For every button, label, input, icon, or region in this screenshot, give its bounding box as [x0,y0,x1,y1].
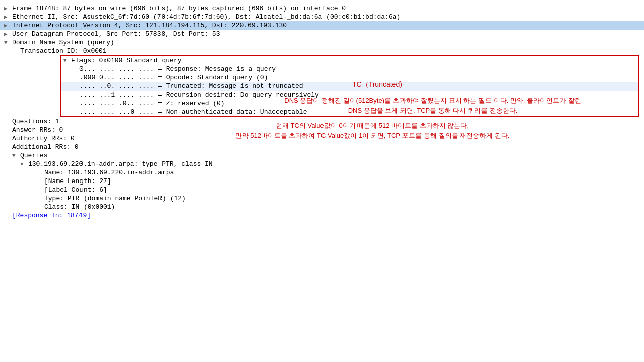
ipv4-row[interactable]: ▶ Internet Protocol Version 4, Src: 121.… [0,21,644,30]
frame-text: Frame 18748: 87 bytes on wire (696 bits)… [12,5,346,12]
packet-detail-panel: ▶ Frame 18748: 87 bytes on wire (696 bit… [0,0,644,224]
response-in-link[interactable]: [Response In: 18749] [12,212,91,219]
main-container: ▶ Frame 18748: 87 bytes on wire (696 bit… [0,0,644,224]
query-entry-expander[interactable]: ▼ [20,161,28,167]
name-text: Name: 130.193.69.220.in-addr.arpa [44,169,174,176]
flag1-row[interactable]: 0... .... .... .... = Response: Message … [61,65,638,73]
dns-text: Domain Name System (query) [12,39,114,46]
answer-rrs-row[interactable]: Answer RRs: 0 현재 TC의 Value값이 0이기 때문에 512… [0,126,644,134]
korean2-line2: 만약 512바이트를 초과하여 TC Value값이 1이 되면, TCP 포트… [171,131,574,141]
name-length-text: [Name Length: 27] [44,177,111,185]
flag3-row[interactable]: .... ..0. .... .... = Truncated: Message… [61,82,638,90]
flags-annotation-area: ▼ Flags: 0x0100 Standard query 0... ....… [0,55,644,117]
flag1-text: 0... .... .... .... = Response: Message … [79,65,276,73]
additional-rrs-text: Additional RRs: 0 [12,143,79,151]
korean1-line1: DNS 응답이 정해진 길이(512Byte)를 초과하여 잘렸는지 표시 하는… [242,96,624,106]
class-row[interactable]: Class: IN (0x0001) [0,203,644,211]
korean-annotation-2-block: 현재 TC의 Value값이 0이기 때문에 512 바이트를 초과하지 않는다… [171,121,574,140]
queries-text: Queries [20,152,48,159]
ipv4-text: Internet Protocol Version 4, Src: 121.18… [12,22,287,29]
type-row[interactable]: Type: PTR (domain name PoinTeR) (12) [0,194,644,203]
tc-label-text: TC（Truncated) [352,80,403,88]
ethernet-text: Ethernet II, Src: AsustekC_6f:7d:60 (70:… [12,13,400,21]
frame-row[interactable]: ▶ Frame 18748: 87 bytes on wire (696 bit… [0,4,644,13]
udp-text: User Datagram Protocol, Src Port: 57838,… [12,30,220,38]
udp-expander[interactable]: ▶ [4,31,12,37]
dns-row[interactable]: ▼ Domain Name System (query) [0,38,644,47]
answer-rrs-text: Answer RRs: 0 [12,126,63,134]
response-in-row[interactable]: [Response In: 18749] [0,211,644,220]
authority-rrs-text: Authority RRs: 0 [12,135,75,142]
tc-annotation: TC（Truncated) [352,80,403,89]
ipv4-expander[interactable]: ▶ [4,22,12,29]
label-count-row[interactable]: [Label Count: 6] [0,186,644,194]
transaction-id-row[interactable]: Transaction ID: 0x0001 [0,47,644,55]
flags-header-row[interactable]: ▼ Flags: 0x0100 Standard query [61,56,638,65]
transaction-id-text: Transaction ID: 0x0001 [20,47,107,55]
queries-expander[interactable]: ▼ [12,153,20,159]
queries-header-row[interactable]: ▼ Queries [0,151,644,160]
flags-expander[interactable]: ▼ [63,58,71,64]
flag3-text: .... ..0. .... .... = Truncated: Message… [79,82,303,90]
additional-rrs-row[interactable]: Additional RRs: 0 [0,143,644,151]
ethernet-row[interactable]: ▶ Ethernet II, Src: AsustekC_6f:7d:60 (7… [0,13,644,21]
korean1-line2: DNS 응답을 보게 되면, TCP를 통해 다시 쿼리를 전송한다. [242,106,624,116]
name-length-row[interactable]: [Name Length: 27] [0,177,644,186]
query-entry-row[interactable]: ▼ 130.193.69.220.in-addr.arpa: type PTR,… [0,160,644,168]
ethernet-expander[interactable]: ▶ [4,14,12,20]
label-count-text: [Label Count: 6] [44,186,107,194]
udp-row[interactable]: ▶ User Datagram Protocol, Src Port: 5783… [0,30,644,38]
flag2-row[interactable]: .000 0... .... .... = Opcode: Standard q… [61,73,638,82]
name-row[interactable]: Name: 130.193.69.220.in-addr.arpa [0,168,644,177]
frame-expander[interactable]: ▶ [4,5,12,12]
type-text: Type: PTR (domain name PoinTeR) (12) [44,195,186,202]
flag2-text: .000 0... .... .... = Opcode: Standard q… [79,74,268,81]
korean2-line1: 현재 TC의 Value값이 0이기 때문에 512 바이트를 초과하지 않는다… [171,121,574,131]
korean-annotation-1: DNS 응답이 정해진 길이(512Byte)를 초과하여 잘렸는지 표시 하는… [242,96,624,115]
class-text: Class: IN (0x0001) [44,203,115,211]
flag5-text: .... .... .0.. .... = Z: reserved (0) [79,100,225,107]
query-entry-text: 130.193.69.220.in-addr.arpa: type PTR, c… [28,160,213,168]
questions-text: Questions: 1 [12,118,59,125]
dns-expander[interactable]: ▼ [4,40,12,46]
flags-header-text: Flags: 0x0100 Standard query [71,57,181,64]
